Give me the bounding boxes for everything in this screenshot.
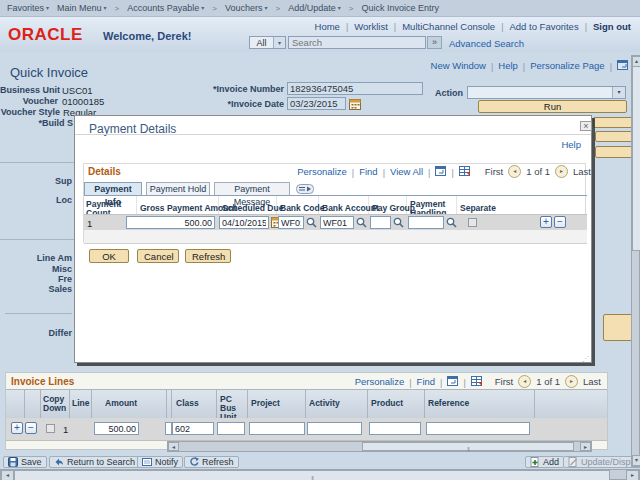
new-window-link[interactable]: New Window: [431, 60, 486, 71]
scroll-thumb[interactable]: |||: [362, 442, 574, 451]
download-grid-icon[interactable]: [459, 166, 470, 176]
popup-window-icon[interactable]: [435, 166, 446, 176]
ok-button[interactable]: OK: [89, 249, 129, 263]
home-link[interactable]: Home: [315, 21, 340, 32]
pay-group-input[interactable]: [370, 216, 391, 229]
pager-prev-icon[interactable]: ◂: [518, 375, 531, 388]
help-link[interactable]: Help: [498, 60, 518, 71]
scroll-thumb[interactable]: |||: [14, 470, 610, 480]
breadcrumb-vouchers[interactable]: Vouchers▾: [225, 3, 268, 13]
notify-button[interactable]: Notify: [137, 456, 183, 468]
personalize-link[interactable]: Personalize: [297, 166, 347, 177]
run-button[interactable]: Run: [478, 100, 627, 113]
chevron-down-icon[interactable]: ▾: [612, 87, 625, 98]
cancel-button[interactable]: Cancel: [137, 249, 179, 263]
sign-out-link[interactable]: Sign out: [593, 21, 631, 32]
personalize-page-link[interactable]: Personalize Page: [530, 60, 604, 71]
pager-prev-icon[interactable]: ◂: [508, 165, 521, 178]
save-button[interactable]: Save: [3, 456, 47, 468]
worklist-link[interactable]: Worklist: [354, 21, 388, 32]
breadcrumb-favorites[interactable]: Favorites▾: [7, 3, 49, 13]
scroll-thumb[interactable]: [632, 66, 640, 251]
line-number: 1: [63, 424, 68, 435]
update-display-button[interactable]: Update/Display: [563, 456, 640, 468]
bank-code-input[interactable]: [278, 216, 304, 229]
breadcrumb-add-update[interactable]: Add/Update▾: [288, 3, 341, 13]
activity-input[interactable]: [307, 422, 362, 435]
bank-account-lookup-icon[interactable]: [356, 217, 367, 228]
tab-payment-message[interactable]: Payment Message: [214, 182, 290, 196]
scroll-left-icon[interactable]: ◂: [168, 442, 179, 451]
add-row-button[interactable]: +: [11, 422, 23, 434]
breadcrumb-accounts-payable[interactable]: Accounts Payable▾: [127, 3, 204, 13]
pager-first[interactable]: First: [485, 166, 503, 177]
remove-row-button[interactable]: −: [25, 422, 37, 434]
invoice-number-input[interactable]: [287, 82, 423, 95]
download-grid-icon[interactable]: [471, 376, 482, 386]
modal-help-link[interactable]: Help: [561, 139, 581, 150]
peoplesoft-quick-invoice-screen: Favorites▾ Main Menu▾ > Accounts Payable…: [0, 0, 640, 480]
tab-payment-hold[interactable]: Payment Hold: [146, 182, 210, 196]
refresh-button[interactable]: Refresh: [184, 456, 239, 468]
bank-code-lookup-icon[interactable]: [306, 217, 317, 228]
product-input[interactable]: [369, 422, 421, 435]
chevron-down-icon[interactable]: ▾: [273, 37, 285, 48]
page-hscrollbar[interactable]: ◂ ||| ▸: [0, 469, 640, 480]
amount-input[interactable]: [94, 422, 139, 435]
breadcrumb-main-menu[interactable]: Main Menu▾: [57, 3, 107, 13]
pc-bus-unit-input[interactable]: [217, 422, 245, 435]
scroll-left-icon[interactable]: ◂: [1, 470, 14, 480]
return-to-search-button[interactable]: Return to Search: [49, 456, 140, 468]
pager-last[interactable]: Last: [583, 376, 601, 387]
separate-checkbox[interactable]: [468, 218, 477, 227]
reference-input[interactable]: [426, 422, 530, 435]
resize-grip-icon[interactable]: ⋰: [582, 355, 588, 363]
scroll-down-icon[interactable]: ▾: [632, 455, 640, 466]
pager-last[interactable]: Last: [573, 166, 591, 177]
remove-row-button[interactable]: −: [554, 216, 566, 228]
invoice-lines-hscrollbar[interactable]: ◂ ||| ▸: [167, 441, 592, 452]
new-window-grid-icon[interactable]: [617, 60, 628, 70]
add-to-favorites-link[interactable]: Add to Favorites: [509, 21, 578, 32]
gross-payment-amount-input[interactable]: [126, 216, 215, 229]
personalize-link[interactable]: Personalize: [355, 376, 405, 387]
payment-handling-lookup-icon[interactable]: [446, 217, 457, 228]
invoice-date-label: *Invoice Date: [150, 99, 284, 109]
bank-account-input[interactable]: [320, 216, 354, 229]
pager-next-icon[interactable]: ▸: [555, 165, 568, 178]
scroll-right-icon[interactable]: ▸: [626, 470, 639, 480]
pager-first[interactable]: First: [495, 376, 513, 387]
multichannel-console-link[interactable]: MultiChannel Console: [402, 21, 495, 32]
pay-group-lookup-icon[interactable]: [393, 217, 404, 228]
add-row-button[interactable]: +: [540, 216, 552, 228]
sales-tax-label-partial: Sales: [0, 284, 72, 294]
show-all-tabs-icon[interactable]: [296, 184, 314, 194]
class-input[interactable]: [172, 422, 214, 435]
view-all-link[interactable]: View All: [390, 166, 423, 177]
close-icon[interactable]: ×: [580, 121, 592, 131]
page-vscrollbar[interactable]: ▴ ▾: [631, 55, 640, 467]
copy-down-checkbox[interactable]: [46, 424, 55, 433]
popup-window-icon[interactable]: [447, 376, 458, 386]
find-link[interactable]: Find: [417, 376, 435, 387]
action-dropdown[interactable]: ▾: [467, 86, 626, 99]
advanced-search-link[interactable]: Advanced Search: [449, 38, 524, 49]
pager-next-icon[interactable]: ▸: [565, 375, 578, 388]
add-button[interactable]: Add: [525, 456, 564, 468]
col-bank-code: Bank Code: [280, 204, 324, 213]
search-input[interactable]: [288, 36, 426, 49]
find-link[interactable]: Find: [359, 166, 377, 177]
search-scope-select[interactable]: All ▾: [249, 36, 286, 49]
refresh-button[interactable]: Refresh: [185, 249, 231, 263]
calendar-icon[interactable]: [349, 98, 361, 110]
scroll-right-icon[interactable]: ▸: [580, 442, 591, 451]
search-go-button[interactable]: »: [427, 36, 442, 49]
payment-handling-input[interactable]: [408, 216, 444, 229]
tab-payment-info[interactable]: Payment Info: [84, 182, 142, 196]
hidden-panel-fragment: [603, 314, 634, 341]
divider: [352, 162, 354, 180]
invoice-date-input[interactable]: [287, 97, 346, 110]
scheduled-due-input[interactable]: [219, 216, 269, 229]
col-separate: Separate: [460, 204, 496, 213]
project-input[interactable]: [249, 422, 305, 435]
